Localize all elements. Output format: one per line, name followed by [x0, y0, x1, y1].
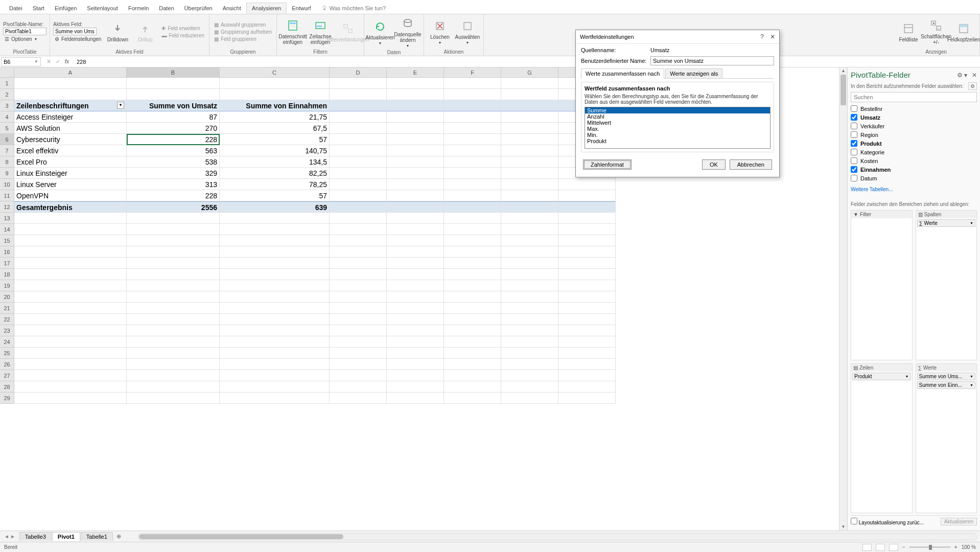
cell-C26[interactable] [220, 359, 330, 370]
vertical-scrollbar[interactable]: ▲ ▼ [839, 67, 847, 531]
cell-F13[interactable] [444, 213, 501, 224]
cell-E17[interactable] [387, 258, 444, 269]
cell-F10[interactable] [444, 179, 501, 190]
cell-H21[interactable] [558, 303, 616, 314]
horizontal-scrollbar[interactable] [137, 533, 977, 540]
cell-G27[interactable] [501, 370, 558, 381]
cell-C16[interactable] [220, 246, 330, 258]
cell-G25[interactable] [501, 348, 558, 359]
cell-F7[interactable] [444, 145, 501, 156]
row-header-1[interactable]: 1 [0, 78, 14, 89]
area-item-columns[interactable]: ∑ Werte▼ [917, 219, 976, 227]
cell-C4[interactable]: 21,75 [220, 111, 330, 123]
cell-H23[interactable] [558, 325, 616, 336]
cell-D15[interactable] [330, 235, 387, 246]
cell-B13[interactable] [127, 213, 220, 224]
row-header-17[interactable]: 17 [0, 258, 14, 269]
calc-option-max[interactable]: Max. [585, 126, 770, 132]
cell-F15[interactable] [444, 235, 501, 246]
cell-G2[interactable] [501, 89, 558, 100]
cell-F2[interactable] [444, 89, 501, 100]
tab-start[interactable]: Start [28, 3, 50, 13]
cell-B20[interactable] [127, 291, 220, 303]
cell-A10[interactable]: Linux Server [14, 179, 127, 190]
cell-C25[interactable] [220, 348, 330, 359]
cell-H24[interactable] [558, 336, 616, 348]
cell-H14[interactable] [558, 224, 616, 235]
cell-D17[interactable] [330, 258, 387, 269]
select-button[interactable]: Auswählen▼ [455, 18, 480, 45]
cell-G12[interactable] [501, 201, 558, 213]
cell-F3[interactable] [444, 100, 501, 111]
cell-E19[interactable] [387, 280, 444, 291]
cell-C20[interactable] [220, 291, 330, 303]
pivot-options-button[interactable]: ☰ Optionen ▼ [3, 36, 46, 42]
col-header-F[interactable]: F [444, 67, 501, 78]
cell-A17[interactable] [14, 258, 127, 269]
cell-E11[interactable] [387, 190, 444, 201]
ok-button[interactable]: OK [702, 159, 726, 170]
cell-H25[interactable] [558, 348, 616, 359]
cell-F19[interactable] [444, 280, 501, 291]
cell-B18[interactable] [127, 269, 220, 280]
field-item-region[interactable]: Region [851, 130, 977, 139]
area-item-rows[interactable]: Produkt▼ [852, 373, 911, 380]
cell-C12[interactable]: 639 [220, 201, 330, 213]
cell-D6[interactable] [330, 134, 387, 145]
cell-C29[interactable] [220, 393, 330, 404]
calc-option-min[interactable]: Min. [585, 132, 770, 138]
hscroll-thumb[interactable] [139, 534, 343, 539]
tab-einfuegen[interactable]: Einfügen [50, 3, 82, 13]
cell-F6[interactable] [444, 134, 501, 145]
cell-G11[interactable] [501, 190, 558, 201]
cell-E9[interactable] [387, 168, 444, 179]
cell-A6[interactable]: Cybersecurity [14, 134, 127, 145]
cell-F28[interactable] [444, 381, 501, 393]
field-pane-close-icon[interactable]: ✕ [972, 72, 977, 79]
cell-F4[interactable] [444, 111, 501, 123]
cell-D18[interactable] [330, 269, 387, 280]
cell-B1[interactable] [127, 78, 220, 89]
field-item-kategorie[interactable]: Kategorie [851, 148, 977, 156]
row-header-5[interactable]: 5 [0, 123, 14, 134]
cell-G26[interactable] [501, 359, 558, 370]
cell-B6[interactable]: 228 [127, 134, 220, 145]
field-item-kosten[interactable]: Kosten [851, 156, 977, 165]
add-sheet-button[interactable]: ⊕ [113, 532, 124, 541]
cell-H10[interactable] [558, 179, 616, 190]
view-page-break-button[interactable] [889, 544, 898, 551]
defer-layout-checkbox[interactable]: Layoutaktualisierung zurüc... [851, 518, 924, 525]
cell-F24[interactable] [444, 336, 501, 348]
cell-A19[interactable] [14, 280, 127, 291]
field-item-einnahmen[interactable]: Einnahmen [851, 165, 977, 174]
cell-E28[interactable] [387, 381, 444, 393]
field-checkbox-bestellnr[interactable] [851, 105, 857, 112]
cell-B16[interactable] [127, 246, 220, 258]
row-header-26[interactable]: 26 [0, 359, 14, 370]
name-box-dropdown-icon[interactable]: ▼ [34, 59, 38, 64]
row-header-2[interactable]: 2 [0, 89, 14, 100]
cell-F11[interactable] [444, 190, 501, 201]
cell-C21[interactable] [220, 303, 330, 314]
field-checkbox-kategorie[interactable] [851, 149, 857, 155]
tab-seitenlayout[interactable]: Seitenlayout [82, 3, 123, 13]
dialog-tab-show-as[interactable]: Werte anzeigen als [665, 68, 722, 78]
cell-D8[interactable] [330, 156, 387, 168]
cell-A24[interactable] [14, 336, 127, 348]
cell-D24[interactable] [330, 336, 387, 348]
row-header-16[interactable]: 16 [0, 246, 14, 258]
cell-E21[interactable] [387, 303, 444, 314]
cell-H13[interactable] [558, 213, 616, 224]
cell-D14[interactable] [330, 224, 387, 235]
cell-A2[interactable] [14, 89, 127, 100]
cell-F23[interactable] [444, 325, 501, 336]
row-header-19[interactable]: 19 [0, 280, 14, 291]
field-settings-button[interactable]: ⚙ Feldeinstellungen [53, 36, 103, 42]
row-header-24[interactable]: 24 [0, 336, 14, 348]
cell-A8[interactable]: Excel Pro [14, 156, 127, 168]
dialog-tab-summarize[interactable]: Werte zusammenfassen nach [581, 68, 664, 79]
cancel-formula-icon[interactable]: ✕ [45, 58, 52, 65]
row-header-4[interactable]: 4 [0, 111, 14, 123]
cell-F9[interactable] [444, 168, 501, 179]
drillup-button[interactable]: Drillup [132, 20, 158, 43]
